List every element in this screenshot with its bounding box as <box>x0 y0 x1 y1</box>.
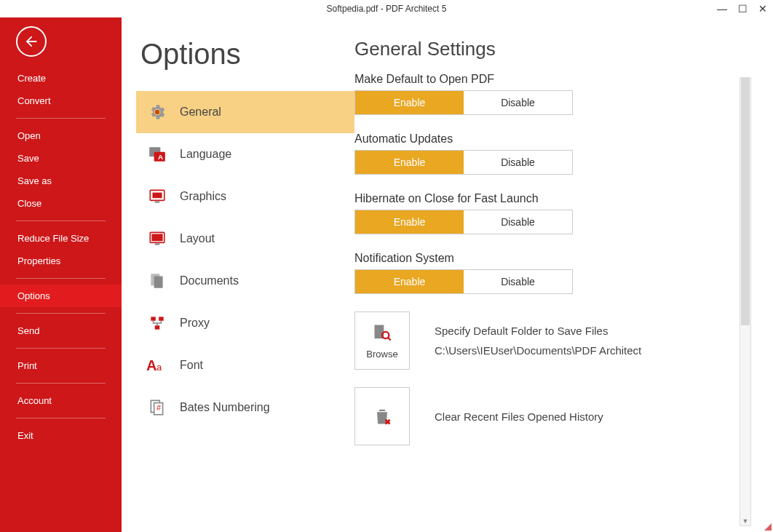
setting-label: Hibernate on Close for Fast Launch <box>354 192 740 205</box>
folder-search-icon <box>372 322 392 343</box>
setting-notification: Notification System Enable Disable <box>354 252 740 294</box>
sidebar-item-create[interactable]: Create <box>0 67 122 90</box>
category-list: General A Language Graphics <box>136 91 354 429</box>
category-label: Bates Numbering <box>180 401 270 414</box>
svg-rect-13 <box>159 317 164 320</box>
back-button[interactable] <box>16 26 47 57</box>
divider <box>16 383 106 384</box>
resize-grip[interactable] <box>763 522 772 531</box>
divider <box>16 278 106 279</box>
svg-rect-8 <box>151 234 162 242</box>
category-language[interactable]: A Language <box>136 133 354 175</box>
enable-button[interactable]: Enable <box>355 151 464 174</box>
category-label: Language <box>180 148 231 161</box>
close-button[interactable]: ✕ <box>757 3 769 15</box>
divider <box>16 221 106 221</box>
category-label: Documents <box>180 274 239 287</box>
sidebar-item-reduce-file-size[interactable]: Reduce File Size <box>0 227 122 250</box>
sidebar-item-send[interactable]: Send <box>0 319 122 342</box>
svg-text:a: a <box>156 362 162 373</box>
settings-title: General Settings <box>354 38 740 60</box>
default-folder-path: C:\Users\IEUser\Documents\PDF Architect <box>435 344 641 357</box>
disable-button[interactable]: Disable <box>464 151 572 174</box>
svg-rect-11 <box>154 277 163 288</box>
window-controls: — ☐ ✕ <box>716 3 769 15</box>
category-documents[interactable]: Documents <box>136 260 354 302</box>
setting-make-default: Make Default to Open PDF Enable Disable <box>354 73 740 115</box>
disable-button[interactable]: Disable <box>464 210 572 234</box>
enable-button[interactable]: Enable <box>355 91 464 114</box>
divider <box>16 118 106 119</box>
setting-label: Make Default to Open PDF <box>354 73 740 86</box>
clear-button[interactable] <box>354 387 410 445</box>
sidebar-item-save-as[interactable]: Save as <box>0 170 122 192</box>
category-label: Proxy <box>180 317 210 330</box>
category-bates-numbering[interactable]: # Bates Numbering <box>136 386 354 429</box>
svg-text:A: A <box>146 357 156 373</box>
language-icon: A <box>146 145 168 164</box>
scroll-thumb[interactable] <box>741 78 750 325</box>
arrow-left-icon <box>23 33 39 49</box>
svg-rect-12 <box>151 317 156 320</box>
category-proxy[interactable]: Proxy <box>136 302 354 344</box>
category-label: Font <box>180 359 203 372</box>
disable-button[interactable]: Disable <box>464 91 572 114</box>
title-bar: Softpedia.pdf - PDF Architect 5 — ☐ ✕ <box>0 0 773 17</box>
enable-button[interactable]: Enable <box>355 210 464 234</box>
category-general[interactable]: General <box>136 91 354 133</box>
divider <box>16 348 106 349</box>
scrollbar[interactable]: ▲ ▼ <box>740 77 751 526</box>
setting-hibernate: Hibernate on Close for Fast Launch Enabl… <box>354 192 740 234</box>
bates-icon: # <box>146 398 168 417</box>
documents-icon <box>146 271 168 290</box>
minimize-button[interactable]: — <box>716 3 728 15</box>
setting-label: Automatic Updates <box>354 132 740 146</box>
settings-scroll: Make Default to Open PDF Enable Disable … <box>354 73 740 532</box>
sidebar-item-convert[interactable]: Convert <box>0 90 122 112</box>
enable-button[interactable]: Enable <box>355 270 464 293</box>
gear-icon <box>146 103 168 122</box>
sidebar-item-close[interactable]: Close <box>0 192 122 215</box>
maximize-button[interactable]: ☐ <box>737 3 748 15</box>
clear-history-caption: Clear Recent Files Opened History <box>435 410 603 423</box>
svg-rect-5 <box>153 193 162 199</box>
sidebar-item-exit[interactable]: Exit <box>0 424 122 447</box>
sidebar: Create Convert Open Save Save as Close R… <box>0 17 122 532</box>
page-title: Options <box>140 38 354 71</box>
setting-auto-updates: Automatic Updates Enable Disable <box>354 132 740 175</box>
disable-button[interactable]: Disable <box>464 270 572 293</box>
graphics-icon <box>146 187 168 206</box>
trash-icon <box>372 406 392 426</box>
sidebar-item-properties[interactable]: Properties <box>0 250 122 272</box>
layout-icon <box>146 229 168 248</box>
category-label: Graphics <box>180 190 226 203</box>
sidebar-item-save[interactable]: Save <box>0 147 122 170</box>
setting-label: Notification System <box>354 252 740 265</box>
svg-text:#: # <box>156 403 161 412</box>
svg-text:A: A <box>158 153 163 161</box>
default-folder-caption: Specify Default Folder to Save Files <box>435 325 641 337</box>
svg-line-22 <box>388 338 391 341</box>
sidebar-item-open[interactable]: Open <box>0 124 122 147</box>
divider <box>16 313 106 314</box>
scroll-down-icon[interactable]: ▼ <box>740 516 750 526</box>
category-font[interactable]: Aa Font <box>136 344 354 386</box>
category-label: General <box>180 106 221 119</box>
category-graphics[interactable]: Graphics <box>136 175 354 218</box>
clear-history-row: Clear Recent Files Opened History <box>354 387 740 445</box>
category-layout[interactable]: Layout <box>136 218 354 260</box>
svg-rect-9 <box>155 244 160 245</box>
browse-button[interactable]: Browse <box>354 311 410 370</box>
title-text: Softpedia.pdf - PDF Architect 5 <box>327 4 447 14</box>
font-icon: Aa <box>146 356 168 375</box>
divider <box>16 418 106 418</box>
sidebar-item-account[interactable]: Account <box>0 389 122 412</box>
proxy-icon <box>146 314 168 333</box>
browse-label: Browse <box>366 349 397 360</box>
sidebar-item-print[interactable]: Print <box>0 354 122 377</box>
svg-rect-14 <box>155 325 160 329</box>
category-label: Layout <box>180 232 215 245</box>
svg-point-0 <box>155 110 160 115</box>
sidebar-item-options[interactable]: Options <box>0 285 122 307</box>
default-folder-row: Browse Specify Default Folder to Save Fi… <box>354 311 740 370</box>
